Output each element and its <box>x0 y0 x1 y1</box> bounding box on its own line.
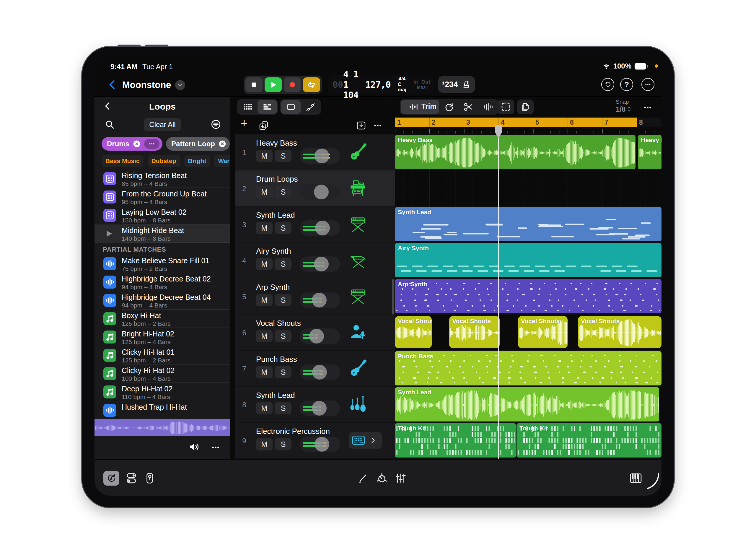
back-button[interactable] <box>106 79 119 91</box>
region-synth-lead[interactable]: Synth Lead <box>395 207 661 241</box>
loop-list-item[interactable]: From the Ground Up Beat95 bpm – 4 Bars <box>95 188 230 206</box>
duplicate-track-icon[interactable] <box>258 120 269 131</box>
remove-filter-icon[interactable] <box>132 139 141 148</box>
project-menu[interactable]: Moonstone <box>122 80 185 90</box>
loop-list-item[interactable]: Clicky Hi-Hat 01125 bpm – 2 Bars <box>95 346 230 364</box>
track-header-7[interactable]: 7 Punch Bass M S <box>235 351 395 386</box>
mute-button[interactable]: M <box>256 150 273 162</box>
region-punch-bass[interactable]: Punch Bass <box>395 351 661 385</box>
trim-tool-button[interactable]: Trim <box>401 100 439 114</box>
track-header-8[interactable]: 8 Synth Lead M S <box>235 387 395 422</box>
track-lane-4[interactable]: Airy Synth <box>395 242 661 278</box>
track-lane-2[interactable] <box>395 170 661 206</box>
volume-fader[interactable] <box>300 148 340 164</box>
fader-knob[interactable] <box>315 149 329 163</box>
region-tough-kit[interactable]: Tough Kit <box>395 423 516 458</box>
add-track-button[interactable]: + <box>241 117 247 129</box>
split-tool-button[interactable] <box>459 100 478 114</box>
plugins-icon[interactable] <box>125 472 138 484</box>
volume-fader[interactable] <box>300 437 340 452</box>
mixer-icon[interactable] <box>395 472 407 484</box>
mute-button[interactable]: M <box>256 438 273 450</box>
filter-pill-pattern-loop[interactable]: Pattern Loop <box>166 137 230 151</box>
track-header-4[interactable]: 4 Airy Synth M S <box>235 242 395 278</box>
track-lane-1[interactable]: Heavy BassHeavy Bass <box>395 134 661 170</box>
loop-list-item[interactable]: Boxy Hi-Hat125 bpm – 2 Bars <box>95 310 230 328</box>
stop-button[interactable] <box>245 77 263 92</box>
volume-fader[interactable] <box>300 256 340 272</box>
volume-fader[interactable] <box>300 328 340 344</box>
mute-button[interactable]: M <box>256 402 273 414</box>
import-icon[interactable] <box>356 120 366 131</box>
region-heavy-bass[interactable]: Heavy Bass <box>638 135 661 169</box>
marquee-button[interactable] <box>498 100 514 114</box>
tag-bass-music[interactable]: Bass Music <box>102 155 144 167</box>
bass-guitar-icon[interactable] <box>349 359 367 377</box>
automation-button[interactable] <box>301 100 320 114</box>
fader-knob[interactable] <box>312 293 327 307</box>
track-lane-8[interactable]: Synth Lead <box>395 387 661 422</box>
solo-button[interactable]: S <box>275 186 291 198</box>
fader-knob[interactable] <box>314 185 329 199</box>
gain-tool-button[interactable] <box>478 100 498 114</box>
volume-fader[interactable] <box>300 184 340 200</box>
fader-knob[interactable] <box>309 329 324 344</box>
tag-bright[interactable]: Bright <box>184 155 210 167</box>
region-vocal-shouts[interactable]: Vocal Shouts <box>395 316 432 348</box>
smart-controls-icon[interactable] <box>376 472 388 484</box>
mute-button[interactable]: M <box>256 258 273 270</box>
region-vocal-shouts[interactable]: Vocal Shouts <box>578 316 661 348</box>
region-vocal-shouts[interactable]: Vocal Shouts <box>449 316 500 348</box>
region-arp-synth[interactable]: Arp Synth <box>395 279 661 313</box>
fader-knob[interactable] <box>312 365 327 380</box>
solo-button[interactable]: S <box>275 438 291 450</box>
solo-button[interactable]: S <box>275 222 291 234</box>
loop-list-item[interactable]: Rising Tension Beat85 bpm – 4 Bars <box>95 170 230 188</box>
region-tough-kit[interactable]: Tough Kit <box>517 423 661 458</box>
remove-filter-icon[interactable] <box>218 139 227 148</box>
loop-tool-button[interactable] <box>439 100 459 114</box>
region-synth-lead[interactable]: Synth Lead <box>395 387 659 421</box>
count-in-metronome[interactable]: ¹234 <box>438 76 475 93</box>
track-header-1[interactable]: 1 Heavy Bass M S <box>235 134 395 170</box>
solo-button[interactable]: S <box>275 402 291 414</box>
mute-button[interactable]: M <box>256 222 273 234</box>
region-vocal-shouts[interactable]: Vocal Shouts <box>518 316 568 348</box>
region-airy-synth[interactable]: Airy Synth <box>395 243 661 277</box>
expand-track-icon[interactable] <box>369 437 377 444</box>
grid-view-button[interactable] <box>238 100 258 114</box>
tag-dubstep[interactable]: Dubstep <box>148 155 180 167</box>
lcd-display[interactable]: 00 4 1 1 104 127,0 4/4 C maj In Out MIDI <box>328 75 434 94</box>
synth-flat-icon[interactable] <box>349 251 367 269</box>
input-device-icon[interactable] <box>144 472 156 484</box>
mute-button[interactable]: M <box>256 366 273 378</box>
record-button[interactable] <box>284 77 301 92</box>
loop-list-item[interactable]: Bright Hi-Hat 02125 bpm – 4 Bars <box>95 328 230 346</box>
browser-toggle-button[interactable] <box>103 471 119 486</box>
help-button[interactable]: ? <box>620 78 633 91</box>
loop-list-item[interactable]: Hushed Trap Hi-Hat <box>95 401 230 419</box>
paste-button[interactable] <box>517 100 534 114</box>
loop-list-item[interactable]: Make Believe Snare Fill 0175 bpm – 2 Bar… <box>95 255 230 273</box>
loop-list-item[interactable]: Midnight Ride Beat140 bpm – 8 Bars <box>95 224 230 243</box>
track-lane-9[interactable]: Tough KitTough Kit <box>395 423 661 458</box>
loop-list-item[interactable]: Highbridge Decree Beat 0494 bpm – 4 Bars <box>95 291 230 310</box>
fader-knob[interactable] <box>315 437 329 452</box>
track-lane-6[interactable]: Vocal ShoutsVocal ShoutsVocal ShoutsVoca… <box>395 315 661 350</box>
timeline-ruler[interactable]: 12345678 <box>395 117 661 134</box>
volume-fader[interactable] <box>300 292 340 308</box>
bass-guitar-icon[interactable] <box>349 143 367 161</box>
mute-button[interactable]: M <box>256 330 273 342</box>
instrument-button[interactable] <box>349 432 382 449</box>
preview-more-icon[interactable] <box>210 442 221 453</box>
track-lane-5[interactable]: Arp Synth <box>395 279 661 314</box>
volume-icon[interactable] <box>188 441 200 453</box>
synth-keys-icon[interactable] <box>349 287 367 305</box>
track-header-2[interactable]: 2 Drum Loops M S <box>235 170 395 206</box>
pencil-icon[interactable] <box>357 472 369 484</box>
strings-icon[interactable] <box>349 395 367 414</box>
tag-warm[interactable]: Warm <box>214 155 230 167</box>
loop-list-item[interactable]: Clicky Hi-Hat 02100 bpm – 4 Bars <box>95 364 230 383</box>
undo-button[interactable] <box>601 78 614 91</box>
solo-button[interactable]: S <box>275 330 291 342</box>
